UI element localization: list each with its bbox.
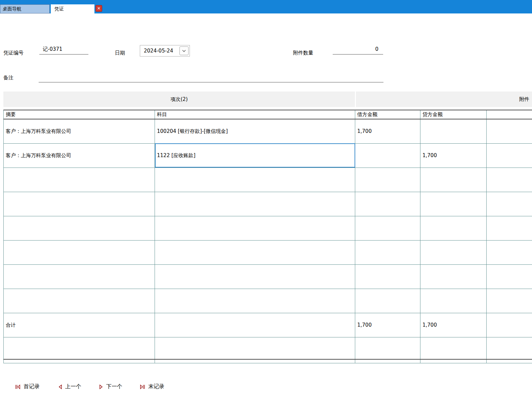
cell-summary[interactable]: [4, 289, 155, 313]
cell-extra[interactable]: [487, 168, 532, 192]
cell-debit[interactable]: [355, 143, 420, 168]
voucher-grid: 摘要 科目 借方金额 贷方金额 客户：上海万科泵业有限公司 100204 [银行…: [3, 110, 532, 363]
header-debit: 借方金额: [355, 110, 420, 119]
cell-summary[interactable]: [4, 240, 155, 264]
cell-extra: [487, 359, 532, 363]
record-navigation: 首记录 上一个 下一个 末记录: [0, 383, 532, 393]
cell-extra[interactable]: [487, 240, 532, 264]
cell-credit[interactable]: [420, 240, 487, 264]
tab-attachment[interactable]: 附件: [356, 92, 532, 107]
entry-row: 客户：上海万科泵业有限公司 1122 [应收账款] 1,700: [4, 143, 532, 168]
cell-debit[interactable]: [355, 216, 420, 240]
attachment-count-label: 附件数量: [293, 50, 313, 56]
total-debit: 1,700: [355, 313, 420, 337]
cell-account[interactable]: [155, 264, 355, 289]
cell-extra[interactable]: [487, 216, 532, 240]
cell-debit[interactable]: [355, 240, 420, 264]
header-summary: 摘要: [4, 110, 155, 119]
chevron-down-icon: [182, 50, 186, 52]
cell-credit[interactable]: [420, 192, 487, 216]
cell-account[interactable]: 100204 [银行存款]-[微信现金]: [155, 119, 355, 143]
first-record-button[interactable]: 首记录: [15, 383, 40, 390]
tab-items-label: 项次(2): [170, 96, 188, 103]
cell-account[interactable]: [155, 240, 355, 264]
voucher-no-input[interactable]: 记-0371: [39, 44, 88, 54]
remark-input[interactable]: [39, 72, 383, 82]
cell-summary[interactable]: [4, 192, 155, 216]
cell-debit[interactable]: [355, 264, 420, 289]
date-value: 2024-05-24: [144, 45, 173, 56]
cell-credit[interactable]: [420, 289, 487, 313]
cell-account[interactable]: [155, 216, 355, 240]
cell-account[interactable]: [155, 168, 355, 192]
cell-account: [155, 359, 355, 363]
cell-credit: [420, 359, 487, 363]
total-account-cell: [155, 313, 355, 337]
cell-credit[interactable]: [420, 337, 487, 359]
cell-account[interactable]: [155, 192, 355, 216]
cell-account-selected[interactable]: 1122 [应收账款]: [155, 143, 355, 168]
total-credit: 1,700: [420, 313, 487, 337]
cell-extra[interactable]: [487, 264, 532, 289]
empty-row: [4, 264, 532, 289]
cell-debit[interactable]: [355, 289, 420, 313]
cell-summary[interactable]: [4, 264, 155, 289]
cell-debit[interactable]: [355, 192, 420, 216]
tab-desktop-nav[interactable]: 桌面导航: [0, 4, 50, 13]
cell-summary[interactable]: 客户：上海万科泵业有限公司: [4, 143, 155, 168]
cell-debit[interactable]: 1,700: [355, 119, 420, 143]
tab-items[interactable]: 项次(2): [3, 92, 355, 107]
title-bar: 桌面导航 凭证 ✕: [0, 0, 532, 13]
cell-extra[interactable]: [487, 119, 532, 143]
cell-credit[interactable]: [420, 216, 487, 240]
cell-summary[interactable]: [4, 337, 155, 359]
next-record-button[interactable]: 下一个: [99, 383, 122, 390]
date-picker[interactable]: 2024-05-24: [140, 45, 190, 57]
cell-extra[interactable]: [487, 192, 532, 216]
date-dropdown-button[interactable]: [179, 46, 189, 55]
tab-voucher[interactable]: 凭证: [51, 4, 94, 13]
cell-summary[interactable]: [4, 216, 155, 240]
close-icon: ✕: [97, 6, 100, 11]
cell-account[interactable]: [155, 337, 355, 359]
cell-extra[interactable]: [487, 289, 532, 313]
cell-debit[interactable]: [355, 168, 420, 192]
total-row: 合计 1,700 1,700: [4, 313, 532, 337]
next-record-icon: [99, 384, 104, 390]
close-tab-button[interactable]: ✕: [95, 5, 102, 12]
tab-voucher-label: 凭证: [54, 6, 64, 12]
cell-debit: [355, 359, 420, 363]
cell-summary[interactable]: 客户：上海万科泵业有限公司: [4, 119, 155, 143]
header-credit: 贷方金额: [420, 110, 487, 119]
empty-row: [4, 289, 532, 313]
cell-extra[interactable]: [487, 337, 532, 359]
last-record-button[interactable]: 末记录: [139, 383, 164, 390]
attachment-count-input[interactable]: 0: [333, 44, 383, 54]
header-extra: [487, 110, 532, 119]
voucher-no-label: 凭证编号: [3, 50, 24, 56]
cell-credit[interactable]: [420, 264, 487, 289]
total-extra: [487, 313, 532, 337]
empty-row: [4, 240, 532, 264]
cell-account[interactable]: [155, 289, 355, 313]
cell-extra[interactable]: [487, 143, 532, 168]
empty-row: [4, 168, 532, 192]
empty-row: [4, 192, 532, 216]
tab-desktop-nav-label: 桌面导航: [3, 6, 22, 12]
previous-record-icon: [58, 384, 63, 390]
cell-credit[interactable]: [420, 119, 487, 143]
previous-record-button[interactable]: 上一个: [58, 383, 81, 390]
remark-label: 备注: [3, 75, 13, 81]
cell-credit[interactable]: 1,700: [420, 143, 487, 168]
cell-debit[interactable]: [355, 337, 420, 359]
cell-summary[interactable]: [4, 168, 155, 192]
cell-credit[interactable]: [420, 168, 487, 192]
empty-row: [4, 216, 532, 240]
first-record-label: 首记录: [24, 383, 40, 390]
next-record-label: 下一个: [106, 383, 122, 390]
empty-row: [4, 337, 532, 359]
tab-attachment-label: 附件: [356, 96, 529, 102]
last-record-icon: [139, 384, 146, 390]
cell-summary: [4, 359, 155, 363]
entry-row: 客户：上海万科泵业有限公司 100204 [银行存款]-[微信现金] 1,700: [4, 119, 532, 143]
